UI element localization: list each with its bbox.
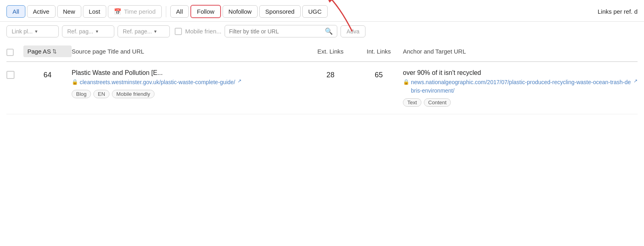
anchor-col: over 90% of it isn't recycled 🔒 news.nat… <box>403 69 638 107</box>
select-all-checkbox[interactable] <box>6 49 14 56</box>
ext-links-header: Ext. Links <box>306 48 355 55</box>
mobile-friendly-filter: Mobile frien... <box>175 28 221 35</box>
anchor-text: over 90% of it isn't recycled <box>403 69 638 76</box>
toolbar-row1: All Active New Lost 📅 Time period All Fo… <box>0 0 644 22</box>
ref-page1-dropdown[interactable]: Ref. pag... ▾ <box>62 25 114 37</box>
table-row: 64 Plastic Waste and Pollution [E... 🔒 c… <box>6 62 638 114</box>
source-title: Plastic Waste and Pollution [E... <box>72 69 306 76</box>
anchor-url-link[interactable]: news.nationalgeographic.com/2017/07/plas… <box>411 78 631 95</box>
follow-button[interactable]: Follow <box>190 5 221 18</box>
anchor-lock-icon: 🔒 <box>403 79 409 85</box>
lost-button[interactable]: Lost <box>83 5 106 18</box>
ugc-button[interactable]: UGC <box>302 5 328 18</box>
anchor-url-wrap: 🔒 news.nationalgeographic.com/2017/07/pl… <box>403 78 638 95</box>
nofollow-button[interactable]: Nofollow <box>223 5 258 18</box>
source-tags: Blog EN Mobile friendly <box>72 90 306 98</box>
divider <box>166 6 166 17</box>
all-button[interactable]: All <box>6 5 25 18</box>
anchor-tags: Text Content <box>403 98 638 107</box>
row-select-col <box>6 69 23 79</box>
page-as-header: Page AS ⇅ <box>23 45 72 57</box>
new-button[interactable]: New <box>57 5 81 18</box>
int-links-val: 65 <box>355 69 403 79</box>
time-period-button[interactable]: 📅 Time period <box>108 5 162 18</box>
ext-links-val: 28 <box>306 69 355 79</box>
tag-content: Content <box>424 98 451 107</box>
table-header: Page AS ⇅ Source page Title and URL Ext.… <box>6 41 638 62</box>
row-checkbox[interactable] <box>6 71 14 79</box>
filter-search-wrap: 🔍 <box>225 25 337 37</box>
int-links-header: Int. Links <box>355 48 403 55</box>
chevron-down-icon3: ▾ <box>154 29 157 34</box>
sort-icon: ⇅ <box>52 48 57 54</box>
tag-mobile-friendly: Mobile friendly <box>112 90 155 98</box>
search-icon: 🔍 <box>325 28 333 35</box>
toolbar-row2: Link pl... ▾ Ref. pag... ▾ Ref. page... … <box>0 22 644 41</box>
row-page-as: 64 <box>23 69 72 79</box>
links-per-ref-label: Links per ref. d <box>598 8 638 15</box>
time-period-label: Time period <box>124 8 156 15</box>
chevron-down-icon: ▾ <box>35 29 37 34</box>
tag-blog: Blog <box>72 90 91 98</box>
calendar-icon: 📅 <box>114 8 122 15</box>
anchor-target-header: Anchor and Target URL <box>403 48 638 55</box>
page-as-label: Page AS <box>27 48 51 55</box>
chevron-down-icon2: ▾ <box>96 29 98 34</box>
source-url-wrap: 🔒 cleanstreets.westminster.gov.uk/plasti… <box>72 78 306 87</box>
filter-search-input[interactable] <box>229 28 322 35</box>
source-title-url-header: Source page Title and URL <box>72 48 306 55</box>
mobile-friendly-checkbox[interactable] <box>175 28 182 35</box>
anchor-external-link-icon: ↗ <box>634 78 638 84</box>
lock-icon: 🔒 <box>72 79 78 85</box>
mobile-friendly-label: Mobile frien... <box>185 28 221 35</box>
tag-text: Text <box>403 98 421 107</box>
external-link-icon: ↗ <box>237 78 242 84</box>
all2-button[interactable]: All <box>170 5 189 18</box>
sponsored-button[interactable]: Sponsored <box>259 5 301 18</box>
ref-page2-dropdown[interactable]: Ref. page... ▾ <box>118 25 170 37</box>
search-icon-button[interactable]: 🔍 <box>325 27 333 35</box>
link-placement-dropdown[interactable]: Link pl... ▾ <box>6 25 59 37</box>
ref-page2-label: Ref. page... <box>123 28 152 35</box>
source-url-link[interactable]: cleanstreets.westminster.gov.uk/plastic-… <box>80 78 235 87</box>
advanced-button[interactable]: Adva <box>341 25 365 37</box>
link-placement-label: Link pl... <box>12 28 33 35</box>
select-all-col <box>6 47 23 56</box>
tag-en: EN <box>93 90 109 98</box>
source-page-col: Plastic Waste and Pollution [E... 🔒 clea… <box>72 69 306 98</box>
active-button[interactable]: Active <box>27 5 56 18</box>
table-container: Page AS ⇅ Source page Title and URL Ext.… <box>0 41 644 114</box>
ref-page1-label: Ref. pag... <box>67 28 93 35</box>
